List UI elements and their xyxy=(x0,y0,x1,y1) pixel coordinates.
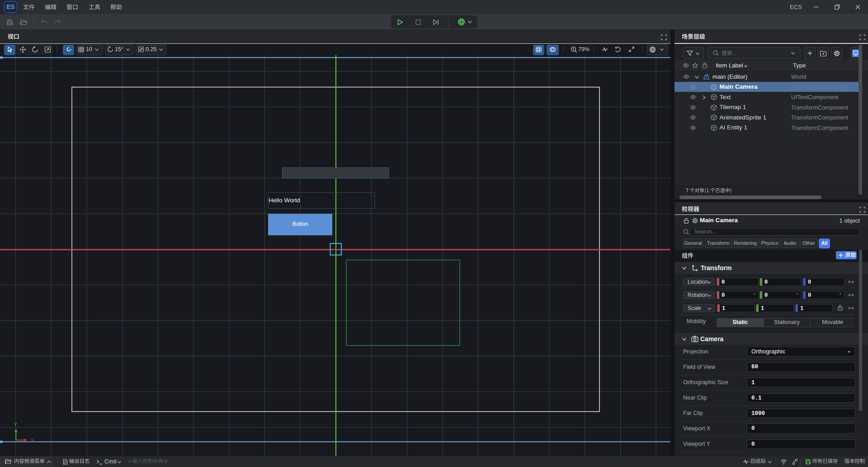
svg-text:Button: Button xyxy=(292,221,308,227)
svg-text:Hello World: Hello World xyxy=(269,197,300,204)
svg-text:Y: Y xyxy=(14,422,18,427)
svg-text:X: X xyxy=(31,438,34,443)
